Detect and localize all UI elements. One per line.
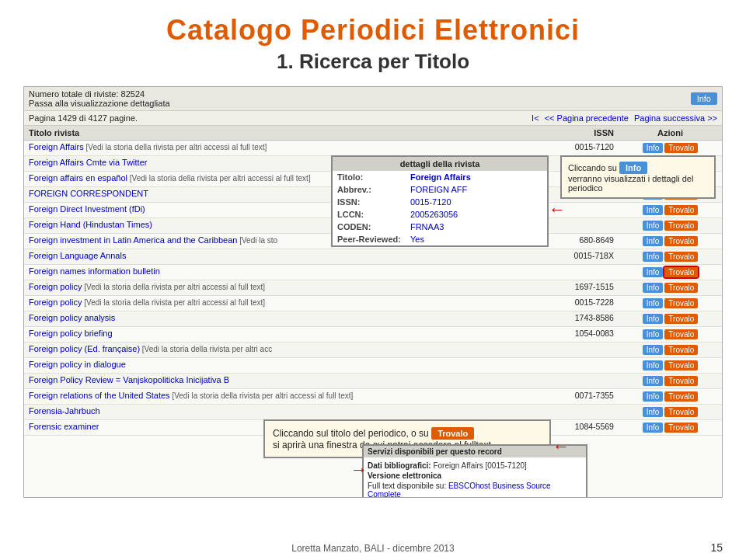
trovato-button[interactable]: Trovalo — [664, 252, 698, 262]
table-row: Foreign policy in dialogueInfoTrovalo — [24, 358, 722, 374]
trovato-button[interactable]: Trovalo — [664, 391, 698, 402]
journal-title-link[interactable]: Foreign investment in Latin America and … — [29, 235, 237, 245]
cell-title: Foreign policy [Vedi la storia della riv… — [24, 280, 542, 296]
trovato-button[interactable]: Trovalo — [664, 423, 698, 433]
table-row: Foreign names information bulletinInfoTr… — [24, 265, 722, 280]
table-row: Foreign policy [Vedi la storia della riv… — [24, 296, 722, 311]
info-button[interactable]: Info — [643, 283, 664, 293]
cell-title: Foreign policy in dialogue — [24, 358, 542, 374]
cell-issn: 0015-718X — [542, 249, 619, 265]
dettagli-label: ISSN: — [333, 196, 406, 208]
trovato-button[interactable]: Trovalo — [664, 283, 698, 293]
cell-issn: 680-8649 — [542, 234, 619, 249]
trovato-button[interactable]: Trovalo — [664, 267, 698, 277]
trovato-button[interactable]: Trovalo — [664, 407, 698, 417]
cell-title: Foreign policy briefing — [24, 327, 542, 343]
journal-title-link[interactable]: Foreign policy — [29, 282, 82, 291]
info-button[interactable]: Info — [643, 360, 664, 370]
main-title: Catalogo Periodici Elettronici — [0, 14, 746, 47]
col-actions: Azioni — [619, 126, 722, 141]
info-button[interactable]: Info — [643, 329, 664, 339]
provider-1: Full text disponibile su: EBSCOhost Busi… — [368, 482, 582, 498]
journal-title-link[interactable]: Foreign Policy Review = Vanjskopoliticka… — [29, 375, 229, 384]
trovato-button[interactable]: Trovalo — [664, 221, 698, 231]
journal-title-link[interactable]: Forensia-Jahrbuch — [29, 406, 100, 416]
table-row: Foreign policy [Vedi la storia della riv… — [24, 280, 722, 296]
info-button[interactable]: Info — [643, 205, 664, 215]
journal-title-link[interactable]: Foreign Language Annals — [29, 251, 126, 260]
info-button[interactable]: Info — [643, 391, 664, 402]
dettagli-label: Titolo: — [333, 171, 406, 183]
journal-note: [Vedi la storia della rivista per altri … — [127, 174, 311, 183]
trovato-button[interactable]: Trovalo — [664, 376, 698, 386]
dettagli-label: Abbrev.: — [333, 183, 406, 196]
nav-prev[interactable]: << Pagina precedente — [545, 113, 629, 123]
journal-note: [Vedi la storia della rivista per altri … — [140, 345, 272, 353]
arrow-trovato: ← — [553, 437, 570, 457]
trovato-button[interactable]: Trovalo — [664, 345, 698, 355]
journal-title-link[interactable]: Foreign policy briefing — [29, 329, 113, 338]
trovato-button[interactable]: Trovalo — [664, 236, 698, 246]
trovato-callout-btn-demo: Trovalo — [431, 427, 474, 440]
info-button[interactable]: Info — [643, 345, 664, 355]
dettagli-row: LCCN:2005263056 — [333, 208, 547, 221]
info-button[interactable]: Info — [643, 252, 664, 262]
info-button[interactable]: Info — [643, 298, 664, 308]
trovato-button[interactable]: Trovalo — [664, 360, 698, 370]
trovato-button[interactable]: Trovalo — [664, 298, 698, 308]
dettagli-value: 2005263056 — [406, 208, 547, 221]
trovato-button[interactable]: Trovalo — [664, 329, 698, 339]
col-title: Titolo rivista — [24, 126, 542, 141]
total-journals: Numero totale di riviste: 82524 — [29, 89, 170, 99]
journal-title-link[interactable]: Forensic examiner — [29, 422, 99, 431]
info-button[interactable]: Info — [643, 267, 664, 277]
info-button-top[interactable]: Info — [691, 92, 717, 105]
nav-first[interactable]: I< — [532, 113, 539, 123]
catalog-nav: Pagina 1429 di 4127 pagine. I< << Pagina… — [24, 111, 722, 126]
trovato-button[interactable]: Trovalo — [664, 314, 698, 324]
journal-note: [Vedi la sto — [237, 236, 277, 245]
page-header: Catalogo Periodici Elettronici 1. Ricerc… — [0, 0, 746, 80]
dati-bib-value: Foreign Affairs [0015-7120] — [433, 461, 526, 470]
journal-title-link[interactable]: Foreign policy analysis — [29, 313, 115, 322]
journal-title-link[interactable]: Foreign affairs en español — [29, 173, 127, 183]
catalog-area: Numero totale di riviste: 82524 Passa al… — [23, 86, 723, 498]
journal-title-link[interactable]: Foreign Affairs Cmte via Twitter — [29, 158, 147, 167]
cell-title: Foreign Affairs [Vedi la storia della ri… — [24, 141, 542, 156]
cell-actions: InfoTrovalo — [619, 420, 722, 436]
journal-title-link[interactable]: Foreign names information bulletin — [29, 266, 160, 276]
trovato-button[interactable]: Trovalo — [664, 143, 698, 153]
info-button[interactable]: Info — [643, 236, 664, 246]
journal-title-link[interactable]: Foreign relations of the United States — [29, 391, 170, 400]
cell-actions: InfoTrovalo — [619, 311, 722, 327]
info-button[interactable]: Info — [643, 221, 664, 231]
cell-issn: 1743-8586 — [542, 311, 619, 327]
dettagli-popup: dettagli della rivista Titolo:Foreign Af… — [331, 155, 549, 247]
journal-title-link[interactable]: Foreign Direct Investment (fDi) — [29, 204, 145, 214]
arrow-info: ← — [549, 200, 566, 220]
provider-1-link[interactable]: EBSCOhost Business Source Complete — [368, 482, 551, 498]
trovato-button[interactable]: Trovalo — [664, 205, 698, 215]
journal-title-link[interactable]: FOREIGN CORRESPONDENT — [29, 189, 148, 198]
dettagli-row: Peer-Reviewed:Yes — [333, 233, 547, 245]
dettagli-value: FRNAA3 — [406, 221, 547, 233]
journal-title-link[interactable]: Foreign Affairs — [29, 142, 84, 151]
journal-title-link[interactable]: Foreign policy (Ed. française) — [29, 344, 140, 353]
info-button[interactable]: Info — [643, 376, 664, 386]
nav-next[interactable]: Pagina successiva >> — [634, 113, 717, 123]
info-button[interactable]: Info — [643, 143, 664, 153]
journal-title-link[interactable]: Foreign policy — [29, 297, 82, 307]
cell-actions: InfoTrovalo — [619, 374, 722, 389]
table-row: Foreign policy analysis1743-8586InfoTrov… — [24, 311, 722, 327]
cell-actions: InfoTrovalo — [619, 249, 722, 265]
info-button[interactable]: Info — [643, 423, 664, 433]
cell-title: Foreign names information bulletin — [24, 265, 542, 280]
journal-note: [Vedi la storia della rivista per altri … — [170, 391, 354, 400]
info-callout-btn-demo: Info — [619, 162, 647, 174]
cell-actions: InfoTrovalo — [619, 389, 722, 405]
info-button[interactable]: Info — [643, 407, 664, 417]
info-button[interactable]: Info — [643, 314, 664, 324]
cell-title: Foreign policy analysis — [24, 311, 542, 327]
journal-title-link[interactable]: Foreign Hand (Hindustan Times) — [29, 220, 152, 229]
journal-title-link[interactable]: Foreign policy in dialogue — [29, 360, 126, 369]
